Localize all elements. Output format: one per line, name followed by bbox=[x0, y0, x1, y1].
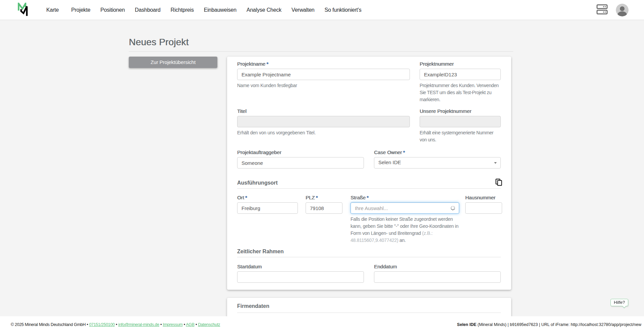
nav-item-verwalten[interactable]: Verwalten bbox=[286, 7, 319, 13]
copy-button[interactable] bbox=[495, 179, 503, 187]
ort-label: Ort* bbox=[237, 194, 298, 201]
hausnummer-label: Hausnummer bbox=[465, 194, 502, 201]
plz-label: PLZ* bbox=[306, 194, 342, 201]
nav-item-richtpreis[interactable]: Richtpreis bbox=[166, 7, 199, 13]
zur-projektuebersicht-button[interactable]: Zur Projektübersicht bbox=[129, 57, 217, 68]
project-form-card: Projektname* Name vom Kunden festlegbar … bbox=[227, 57, 511, 290]
projektauftraggeber-label: Projektauftraggeber bbox=[237, 149, 364, 156]
required-marker: * bbox=[367, 195, 369, 200]
top-navigation-bar: Karte Projekte Positionen Dashboard Rich… bbox=[0, 0, 644, 20]
unsere-projektnummer-input bbox=[420, 116, 501, 127]
mineral-minds-logo[interactable] bbox=[17, 3, 29, 17]
section-divider bbox=[237, 313, 501, 313]
section-divider bbox=[237, 257, 501, 257]
nav-item-analyse-check[interactable]: Analyse Check bbox=[241, 7, 286, 13]
plz-input[interactable] bbox=[306, 202, 342, 214]
strasse-label: Straße* bbox=[351, 194, 459, 201]
hausnummer-input[interactable] bbox=[465, 202, 502, 214]
strasse-input[interactable] bbox=[351, 202, 459, 214]
enddatum-input[interactable] bbox=[374, 271, 501, 283]
case-owner-label: Case Owner* bbox=[374, 149, 501, 156]
footer-link-agb[interactable]: AGB bbox=[186, 322, 195, 327]
required-marker: * bbox=[316, 195, 318, 200]
footer-link-datenschutz[interactable]: Datenschutz bbox=[198, 322, 220, 327]
footer-link-email[interactable]: info@mineral-minds.de bbox=[118, 322, 159, 327]
footer-link-impressum[interactable]: Impressum bbox=[163, 322, 182, 327]
section-divider bbox=[237, 188, 501, 189]
projektname-input[interactable] bbox=[237, 69, 410, 80]
startdatum-label: Startdatum bbox=[237, 263, 364, 270]
required-marker: * bbox=[245, 195, 247, 200]
section-ausfuehrungsort: Ausführungsort bbox=[237, 180, 501, 186]
page-footer: © 2025 Mineral Minds Deutschland GmbH • … bbox=[0, 316, 644, 333]
ort-input[interactable] bbox=[237, 202, 298, 214]
nav-item-einbauweisen[interactable]: Einbauweisen bbox=[199, 7, 241, 13]
projektname-hint: Name vom Kunden festlegbar bbox=[237, 82, 410, 89]
main-content: Neues Projekt Zur Projektübersicht Proje… bbox=[0, 20, 644, 316]
titel-hint: Erhält den von uns vorgegebenen Titel. bbox=[237, 129, 410, 136]
page-title: Neues Projekt bbox=[129, 36, 513, 49]
projektnummer-label: Projektnummer bbox=[420, 61, 501, 67]
unsere-projektnummer-label: Unsere Projektnummer bbox=[420, 108, 501, 115]
titel-label: Titel bbox=[237, 108, 410, 115]
unsere-projektnummer-hint: Erhält eine systemgenerierte Nummer von … bbox=[420, 129, 501, 143]
nav-item-karte[interactable]: Karte bbox=[41, 7, 64, 13]
required-marker: * bbox=[403, 149, 405, 155]
required-marker: * bbox=[266, 61, 268, 67]
strasse-hint: Falls die Position keiner Straße zugeord… bbox=[351, 216, 463, 244]
nav-item-projekte[interactable]: Projekte bbox=[66, 7, 95, 13]
firmendaten-card: Firmendaten bbox=[227, 298, 511, 316]
footer-session-info: Selen IDE (Mineral Minds) | b91695ed7623… bbox=[457, 322, 641, 327]
footer-copyright: © 2025 Mineral Minds Deutschland GmbH • … bbox=[11, 322, 220, 327]
footer-link-phone[interactable]: 07151/250100 bbox=[89, 322, 115, 327]
startdatum-input[interactable] bbox=[237, 271, 364, 283]
section-zeitlicher-rahmen: Zeitlicher Rahmen bbox=[237, 248, 501, 255]
dropdown-caret-icon bbox=[494, 162, 497, 164]
title-divider bbox=[129, 51, 513, 52]
section-firmendaten: Firmendaten bbox=[237, 303, 501, 310]
projektname-label: Projektname* bbox=[237, 61, 410, 67]
nav-item-positionen[interactable]: Positionen bbox=[95, 7, 130, 13]
nav-item-so-funktionierts[interactable]: So funktioniert's bbox=[320, 7, 367, 13]
enddatum-label: Enddatum bbox=[374, 263, 501, 270]
projektauftraggeber-input[interactable] bbox=[237, 157, 364, 169]
user-avatar[interactable] bbox=[616, 4, 629, 16]
projektnummer-hint: Projektnummer des Kunden. Verwenden Sie … bbox=[420, 82, 501, 103]
copy-icon bbox=[495, 179, 502, 186]
server-icon[interactable] bbox=[596, 4, 608, 15]
nav-item-dashboard[interactable]: Dashboard bbox=[130, 7, 165, 13]
hilfe-button[interactable]: Hilfe? bbox=[610, 299, 628, 306]
projektnummer-input[interactable] bbox=[420, 69, 501, 80]
titel-input bbox=[237, 116, 410, 127]
case-owner-select[interactable]: Selen IDE bbox=[374, 157, 501, 169]
loading-spinner-icon bbox=[450, 206, 455, 210]
main-nav: Karte Projekte Positionen Dashboard Rich… bbox=[41, 7, 366, 13]
